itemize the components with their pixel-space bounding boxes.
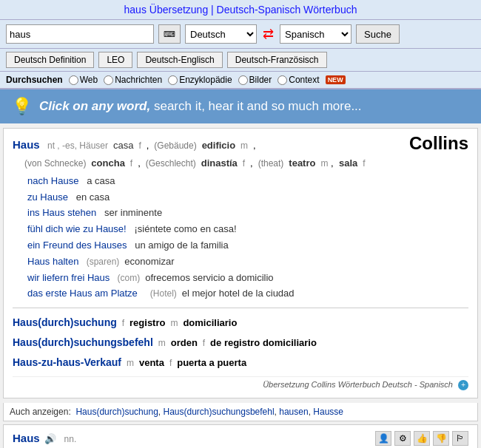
second-result-section: Haus 🔊 nn. 👤 ⚙ 👍 👎 🏳 casa 🔊: [3, 424, 478, 448]
header-title: haus Übersetzung | Deutsch-Spanisch Wört…: [124, 4, 357, 16]
translation-sala: sala: [336, 157, 357, 169]
example-zu-hause: zu Hause en casa: [13, 190, 468, 206]
translation-teatro: teatro: [289, 157, 315, 169]
comma2: ,: [253, 140, 256, 151]
search-input[interactable]: [6, 24, 154, 44]
promo-banner: 💡 Click on any word, search it, hear it …: [0, 89, 481, 123]
second-result-header: Haus 🔊 nn. 👤 ⚙ 👍 👎 🏳: [13, 431, 468, 446]
second-headword: Haus: [13, 432, 40, 444]
auch-anzeigen-row: Auch anzeigen: Haus(durch)suchung, Haus(…: [3, 403, 478, 421]
browse-context-option[interactable]: Context: [278, 75, 319, 85]
gender-concha: f: [127, 158, 135, 169]
comma4: ,: [250, 157, 253, 169]
example-fuehl-dich: fühl dich wie zu Hause! ¡siéntete como e…: [13, 222, 468, 237]
promo-text: Click on any word, search it, hear it an…: [39, 99, 362, 114]
dictionary-buttons-row: Deutsch Definition LEO Deutsch-Englisch …: [0, 49, 481, 72]
browse-label: Durchsuchen: [6, 75, 63, 85]
grammar-tag: nt , -es, Häuser: [42, 140, 110, 151]
example-erste-haus: das erste Haus am Platze (Hotel) el mejo…: [13, 286, 468, 302]
gender-casa: f: [136, 140, 144, 151]
translation-casa: casa: [113, 140, 133, 151]
browse-context-radio[interactable]: [278, 75, 287, 85]
browse-enzyklopaedie-label: Enzyklopädie: [179, 75, 232, 85]
user-icon-btn[interactable]: 👤: [375, 431, 391, 446]
thumbsdown-icon-btn[interactable]: 👎: [433, 431, 449, 446]
gender-dinastia: f: [240, 158, 247, 169]
browse-web-label: Web: [80, 75, 98, 85]
source-note-text: Übersetzung Collins Wörterbuch Deutsch -…: [263, 380, 453, 389]
thumbsup-icon-btn[interactable]: 👍: [414, 431, 430, 446]
collins-badge: Collins: [409, 133, 468, 154]
example-haus-halten: Haus halten (sparen) economizar: [13, 254, 468, 270]
browse-enzyklopaedie-radio[interactable]: [168, 75, 178, 85]
main-result-section: Collins Haus nt , -es, Häuser casa f , (…: [3, 128, 478, 398]
paren-schnecke: (von Schnecke): [24, 158, 89, 169]
browse-web-option[interactable]: Web: [69, 75, 98, 85]
headword: Haus: [13, 138, 40, 151]
example-nach-hause: nach Hause a casa: [13, 174, 468, 189]
new-badge: NEW: [326, 75, 346, 84]
result2-icon-group: 👤 ⚙ 👍 👎 🏳: [375, 431, 468, 446]
compound-durchsuchungsbefehl: Haus(durch)suchungsbefehl m orden f de r…: [13, 334, 468, 352]
page-header: haus Übersetzung | Deutsch-Spanisch Wört…: [0, 0, 481, 20]
auch-link-4[interactable]: Hausse: [313, 407, 343, 417]
browse-bilder-label: Bilder: [249, 75, 272, 85]
deutsch-franzoesisch-button[interactable]: Deutsch-Französisch: [227, 52, 327, 68]
browse-enzyklopaedie-option[interactable]: Enzyklopädie: [168, 75, 232, 85]
compound-word-2: Haus(durch)suchungsbefehl: [13, 336, 153, 348]
compound-word-3: Haus-zu-haus-Verkauf: [13, 356, 121, 368]
deutsch-englisch-button[interactable]: Deutsch-Englisch: [137, 52, 222, 68]
paren-theat: (theat): [255, 158, 286, 169]
search-button[interactable]: Suche: [356, 24, 400, 44]
browse-row: Durchsuchen Web Nachrichten Enzyklopädie…: [0, 72, 481, 89]
main-entry-line: Haus nt , -es, Häuser casa f , (Gebäude)…: [13, 136, 468, 154]
auch-link-2[interactable]: Haus(durch)suchungsbefehl: [163, 407, 274, 417]
browse-nachrichten-option[interactable]: Nachrichten: [104, 75, 162, 85]
browse-web-radio[interactable]: [69, 75, 78, 85]
comma3: ,: [138, 157, 141, 169]
example-frei-haus: wir liefern frei Haus (com) ofrecemos se…: [13, 271, 468, 286]
promo-icon: 💡: [12, 97, 32, 116]
auch-label: Auch anzeigen:: [10, 407, 71, 417]
compound-durchsuchung: Haus(durch)suchung f registro m domicili…: [13, 314, 468, 332]
translation-edificio: edificio: [202, 140, 236, 151]
auch-link-1[interactable]: Haus(durch)suchung: [75, 407, 158, 417]
browse-nachrichten-radio[interactable]: [104, 75, 113, 85]
flag-icon-btn[interactable]: 🏳: [452, 431, 468, 446]
source-language-select[interactable]: Deutsch Englisch Französisch: [185, 24, 257, 44]
example-freund: ein Freund des Hauses un amigo de la fam…: [13, 238, 468, 254]
target-language-select[interactable]: Spanisch Englisch Französisch: [280, 24, 352, 44]
paren-geschlecht: (Geschlecht): [143, 158, 198, 169]
compound-haus-zu-haus: Haus-zu-haus-Verkauf m venta f puerta a …: [13, 354, 468, 372]
browse-context-label: Context: [289, 75, 319, 85]
browse-bilder-option[interactable]: Bilder: [238, 75, 272, 85]
example-ins-haus-stehen: ins Haus stehen ser inminente: [13, 206, 468, 221]
gender-teatro: m: [318, 158, 328, 169]
swap-languages-button[interactable]: ⇄: [261, 26, 275, 42]
gender-sala: f: [360, 158, 366, 169]
compound-word-1: Haus(durch)suchung: [13, 316, 117, 328]
source-note: Übersetzung Collins Wörterbuch Deutsch -…: [13, 376, 468, 390]
gender-edificio: m: [238, 140, 251, 151]
search-bar: ⌨ Deutsch Englisch Französisch ⇄ Spanisc…: [0, 20, 481, 49]
section-divider: [13, 308, 468, 308]
speaker-icon-main[interactable]: 🔊: [44, 433, 56, 444]
translation-dinastia: dinastía: [201, 157, 238, 169]
translation-concha: concha: [91, 157, 125, 169]
browse-nachrichten-label: Nachrichten: [115, 75, 162, 85]
comma1: ,: [147, 140, 149, 151]
keyboard-button[interactable]: ⌨: [158, 24, 181, 44]
browse-bilder-radio[interactable]: [238, 75, 248, 85]
second-grammar: nn.: [59, 434, 76, 444]
gear-icon-btn[interactable]: ⚙: [394, 431, 411, 446]
schnecke-line: (von Schnecke) concha f , (Geschlecht) d…: [13, 156, 468, 172]
auch-link-3[interactable]: hausen: [279, 407, 308, 417]
paren-gebaeude: (Gebäude): [152, 140, 199, 151]
second-entry-headword-line: Haus 🔊 nn.: [13, 432, 76, 444]
deutsch-definition-button[interactable]: Deutsch Definition: [6, 52, 94, 68]
source-icon: +: [458, 380, 468, 390]
comma5: ,: [331, 157, 334, 169]
leo-button[interactable]: LEO: [98, 52, 132, 68]
